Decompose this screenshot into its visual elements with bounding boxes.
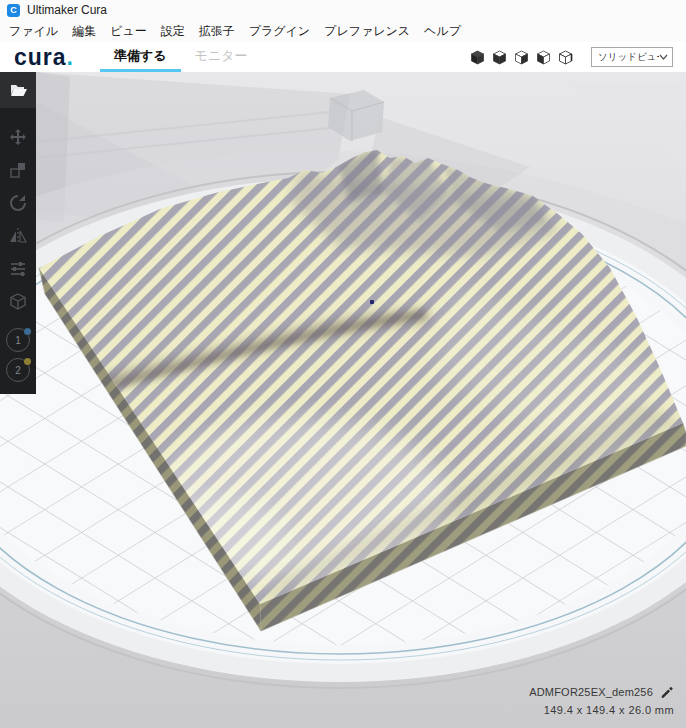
cura-logo: cura. bbox=[14, 42, 74, 72]
scene-canvas bbox=[0, 72, 686, 728]
model-name-label: ADMFOR25EX_dem256 bbox=[529, 686, 653, 698]
model-origin-dot bbox=[370, 300, 374, 304]
extruder-selector: 1 2 bbox=[0, 328, 36, 386]
rotate-tool-icon bbox=[8, 193, 28, 213]
rotate-tool-button[interactable] bbox=[0, 186, 36, 219]
view-3d-button[interactable] bbox=[469, 49, 486, 66]
mirror-tool-button[interactable] bbox=[0, 219, 36, 252]
view-mode-value: ソリッドビュー bbox=[598, 51, 659, 64]
mirror-tool-icon bbox=[8, 226, 28, 246]
rename-pencil-icon[interactable] bbox=[660, 685, 674, 699]
menu-settings[interactable]: 設定 bbox=[154, 23, 192, 40]
move-tool-icon bbox=[8, 127, 28, 147]
extruder-2-material-dot bbox=[24, 358, 31, 365]
extruder-2-button[interactable]: 2 bbox=[6, 358, 30, 382]
header-bar: cura. 準備する モニター bbox=[0, 42, 686, 72]
view-front-button[interactable] bbox=[491, 49, 508, 66]
open-file-button[interactable] bbox=[0, 72, 36, 108]
tool-sidebar: 1 2 bbox=[0, 72, 36, 394]
chevron-down-icon bbox=[659, 54, 668, 60]
menu-bar: ファイル 編集 ビュー 設定 拡張子 プラグイン プレファレンス ヘルプ bbox=[0, 20, 686, 42]
menu-file[interactable]: ファイル bbox=[2, 23, 65, 40]
per-model-settings-button[interactable] bbox=[0, 252, 36, 285]
extruder-1-material-dot bbox=[24, 328, 31, 335]
extruder-1-button[interactable]: 1 bbox=[6, 328, 30, 352]
menu-edit[interactable]: 編集 bbox=[65, 23, 103, 40]
move-tool-button[interactable] bbox=[0, 120, 36, 153]
scale-tool-icon bbox=[8, 160, 28, 180]
tab-prepare[interactable]: 準備する bbox=[100, 42, 181, 72]
menu-view[interactable]: ビュー bbox=[103, 23, 154, 40]
view-mode-dropdown[interactable]: ソリッドビュー bbox=[591, 47, 673, 67]
support-blocker-icon bbox=[8, 292, 28, 312]
view-controls: ソリッドビュー bbox=[469, 42, 686, 72]
menu-help[interactable]: ヘルプ bbox=[417, 23, 468, 40]
tab-monitor[interactable]: モニター bbox=[181, 42, 262, 72]
model-info-panel: ADMFOR25EX_dem256 149.4 x 149.4 x 26.0 m… bbox=[529, 685, 674, 716]
adjustment-tools bbox=[0, 120, 36, 318]
view-left-button[interactable] bbox=[535, 49, 552, 66]
model-dimensions-label: 149.4 x 149.4 x 26.0 mm bbox=[529, 704, 674, 716]
stage-tabs: 準備する モニター bbox=[100, 42, 262, 72]
menu-preferences[interactable]: プレファレンス bbox=[317, 23, 417, 40]
scale-tool-button[interactable] bbox=[0, 153, 36, 186]
view-right-button[interactable] bbox=[557, 49, 574, 66]
view-top-button[interactable] bbox=[513, 49, 530, 66]
title-bar: C Ultimaker Cura bbox=[0, 0, 686, 20]
open-folder-icon bbox=[8, 80, 28, 100]
menu-extensions[interactable]: 拡張子 bbox=[192, 23, 242, 40]
window-title: Ultimaker Cura bbox=[27, 3, 107, 17]
viewport-3d[interactable]: 1 2 ADMFOR25EX_dem256 149.4 x 149.4 x 26… bbox=[0, 72, 686, 728]
cura-app-icon: C bbox=[7, 4, 20, 17]
per-model-settings-icon bbox=[8, 259, 28, 279]
menu-plugins[interactable]: プラグイン bbox=[242, 23, 317, 40]
support-blocker-button[interactable] bbox=[0, 285, 36, 318]
